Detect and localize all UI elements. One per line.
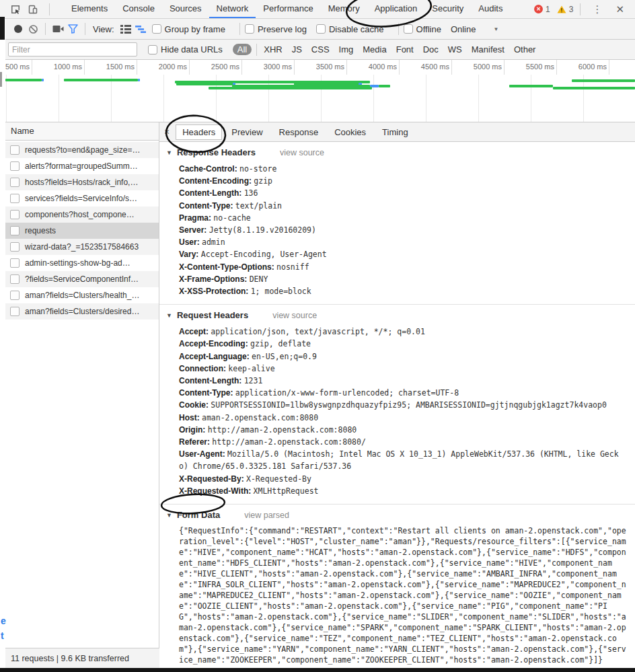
device-toolbar-icon[interactable]: [27, 0, 39, 18]
detail-tab-response[interactable]: Response: [272, 124, 326, 140]
filter-input[interactable]: [8, 42, 137, 57]
tab-performance[interactable]: Performance: [256, 0, 320, 18]
filter-type-font[interactable]: Font: [396, 44, 414, 54]
tab-audits[interactable]: Audits: [471, 0, 510, 18]
name-column-header[interactable]: Name: [5, 122, 159, 141]
header-name: Content-Type:: [179, 388, 235, 398]
detail-tab-timing[interactable]: Timing: [375, 124, 415, 140]
more-options-icon[interactable]: ⋮: [585, 3, 609, 15]
tab-application[interactable]: Application: [367, 0, 425, 18]
header-value: SUPPORTSESSIONID=1lbw8yswgnpzdhquazyfpiz…: [211, 400, 607, 410]
error-count[interactable]: 1: [546, 5, 550, 14]
waterfall-bar: [209, 87, 372, 89]
filter-type-manifest[interactable]: Manifest: [472, 44, 505, 54]
section-header[interactable]: ▼Form Dataview parsed: [166, 510, 631, 520]
disable-cache-checkbox[interactable]: Disable cache: [316, 24, 384, 34]
capture-screenshots-icon[interactable]: [50, 21, 65, 37]
preserve-log-checkbox[interactable]: Preserve log: [245, 24, 307, 34]
detail-tab-cookies[interactable]: Cookies: [328, 124, 373, 140]
filter-type-doc[interactable]: Doc: [423, 44, 439, 54]
warning-icon[interactable]: [557, 5, 566, 13]
hide-data-urls-checkbox[interactable]: Hide data URLs: [148, 44, 223, 54]
request-row[interactable]: hosts?fields=Hosts/rack_info,…: [5, 174, 159, 190]
header-name: X-Content-Type-Options:: [179, 262, 276, 272]
request-row[interactable]: ?fields=ServiceComponentInf…: [5, 271, 159, 287]
inspect-element-icon[interactable]: [9, 0, 22, 18]
group-by-frame-checkbox[interactable]: Group by frame: [152, 24, 225, 34]
header-name: X-Frame-Options:: [179, 274, 250, 284]
request-row[interactable]: components?host_compone…: [5, 207, 159, 223]
resource-icon: [10, 242, 20, 252]
filter-type-xhr[interactable]: XHR: [264, 44, 282, 54]
request-row[interactable]: alerts?format=groupedSumm…: [5, 158, 159, 174]
request-row[interactable]: services?fields=ServiceInfo/s…: [5, 190, 159, 207]
detail-tab-headers[interactable]: Headers: [176, 124, 222, 140]
header-name: X-Requested-With:: [179, 486, 254, 496]
checkbox-icon[interactable]: [152, 24, 161, 34]
page-behind-text: e: [1, 615, 6, 626]
filter-type-other[interactable]: Other: [514, 44, 536, 54]
tab-memory[interactable]: Memory: [321, 0, 367, 18]
filter-type-css[interactable]: CSS: [311, 44, 330, 54]
header-name: User-Agent:: [179, 449, 227, 459]
request-row[interactable]: aman?fields=Clusters/desired…: [5, 303, 159, 320]
overview-tick: 500 ms: [0, 63, 30, 71]
section-view-link[interactable]: view source: [272, 311, 317, 320]
checkbox-icon[interactable]: [316, 24, 326, 34]
section-header[interactable]: ▼Request Headersview source: [166, 310, 631, 320]
resource-icon: [10, 291, 20, 300]
clear-icon[interactable]: [26, 21, 40, 37]
header-value: 1231: [244, 376, 263, 385]
record-icon[interactable]: [11, 21, 26, 37]
waterfall-view-icon[interactable]: [133, 21, 148, 37]
request-row[interactable]: aman?fields=Clusters/health_…: [5, 287, 159, 303]
warning-count[interactable]: 3: [569, 5, 574, 14]
filter-funnel-icon[interactable]: [65, 21, 80, 37]
triangle-down-icon[interactable]: ▼: [166, 512, 172, 519]
header-value: nosniff: [276, 262, 309, 272]
detail-tab-preview[interactable]: Preview: [225, 124, 269, 140]
tab-sources[interactable]: Sources: [162, 0, 209, 18]
header-item: Cache-Control: no-store: [179, 163, 627, 175]
network-overview[interactable]: 500 ms1000 ms1500 ms2000 ms2500 ms3000 m…: [5, 60, 635, 122]
splitter-handle[interactable]: [0, 72, 2, 87]
waterfall-bar: [138, 79, 140, 81]
error-icon[interactable]: ✕: [534, 5, 543, 13]
chevron-down-icon[interactable]: ▼: [493, 26, 498, 32]
triangle-down-icon[interactable]: ▼: [166, 312, 172, 319]
tab-network[interactable]: Network: [209, 0, 256, 18]
filter-type-img[interactable]: Img: [339, 44, 354, 54]
tab-security[interactable]: Security: [424, 0, 471, 18]
checkbox-icon[interactable]: [404, 24, 413, 34]
tab-console[interactable]: Console: [115, 0, 162, 18]
throttling-select[interactable]: Online: [451, 24, 476, 34]
request-name: requests: [25, 226, 56, 235]
close-detail-icon[interactable]: ×: [161, 126, 174, 137]
section-view-link[interactable]: view source: [280, 148, 324, 157]
tab-elements[interactable]: Elements: [64, 0, 115, 18]
request-row[interactable]: requests: [5, 223, 159, 239]
filter-type-ws[interactable]: WS: [448, 44, 462, 54]
large-rows-view-icon[interactable]: [118, 21, 133, 37]
overview-tick: 5000 ms: [453, 63, 502, 71]
filter-type-all[interactable]: All: [233, 44, 252, 55]
request-row[interactable]: requests?to=end&page_size=…: [5, 142, 159, 158]
checkbox-icon[interactable]: [148, 45, 157, 54]
filter-type-js[interactable]: JS: [292, 44, 302, 54]
section-form-data: ▼Form Dataview parsed{"RequestInfo":{"co…: [159, 504, 635, 668]
offline-checkbox[interactable]: Offline: [404, 24, 441, 34]
header-item: X-Content-Type-Options: nosniff: [179, 261, 627, 273]
triangle-down-icon[interactable]: ▼: [166, 149, 172, 156]
section-view-link[interactable]: view parsed: [244, 511, 289, 520]
request-row[interactable]: wizard-data?_=1523517584663: [5, 239, 159, 255]
waterfall-bar: [572, 79, 635, 82]
close-devtools-icon[interactable]: ✕: [609, 3, 627, 15]
filter-type-media[interactable]: Media: [363, 44, 386, 54]
checkbox-icon[interactable]: [245, 24, 254, 34]
header-item: Referer: http://aman-2.openstack.com:808…: [179, 436, 627, 448]
section-header[interactable]: ▼Response Headersview source: [166, 147, 631, 157]
header-value: text/plain: [235, 201, 282, 211]
resource-icon: [10, 274, 20, 284]
request-row[interactable]: admin-settings-show-bg-ad…: [5, 255, 159, 271]
requests-panel: Name requests?to=end&page_size=…alerts?f…: [5, 122, 159, 648]
